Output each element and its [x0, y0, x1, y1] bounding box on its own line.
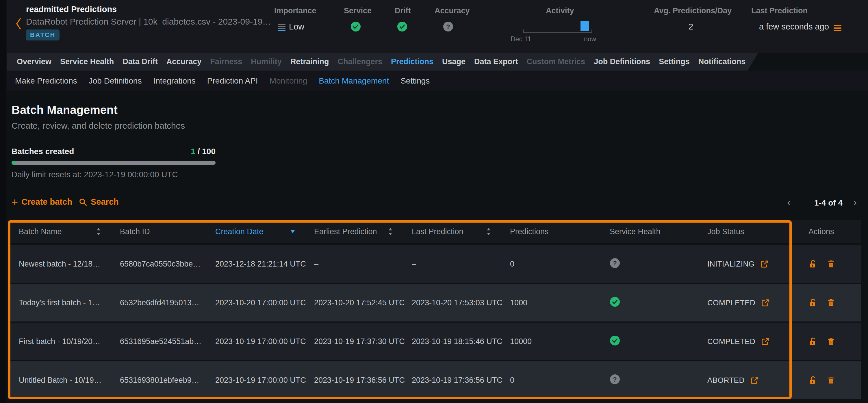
subtab-prediction-api[interactable]: Prediction API [207, 76, 258, 86]
cell-last-prediction: 2023-10-19 18:15:46 UTC [412, 337, 510, 346]
cell-batch-name: Untitled Batch - 10/19… [19, 376, 120, 385]
importance-bars-icon [278, 24, 285, 31]
batch-management-page: Batch Management Create, review, and del… [7, 91, 868, 403]
tab-accuracy[interactable]: Accuracy [166, 57, 202, 66]
service-label: Service [344, 6, 372, 15]
last-prediction-label: Last Prediction [751, 6, 808, 15]
batches-used: 1 [191, 147, 195, 156]
subtab-monitoring: Monitoring [270, 76, 307, 86]
unlock-icon[interactable] [808, 337, 817, 346]
svg-text:?: ? [613, 260, 617, 267]
cell-job-status: ABORTED [707, 376, 792, 385]
unlock-icon[interactable] [808, 298, 817, 307]
col-header-service-health: Service Health [610, 227, 707, 236]
sort-icon [486, 228, 492, 236]
table-row[interactable]: First batch - 10/19/20… 6531695ae524551a… [8, 323, 861, 360]
check-circle-icon [610, 335, 620, 346]
cell-predictions: 10000 [510, 337, 610, 346]
deployment-subtitle: DataRobot Prediction Server | 10k_diabet… [26, 17, 271, 27]
col-header-creation-date[interactable]: Creation Date [215, 227, 314, 236]
activity-range-start: Dec 11 [510, 35, 531, 43]
sort-desc-icon [290, 230, 296, 234]
tab-job-definitions[interactable]: Job Definitions [594, 57, 650, 66]
subtab-job-definitions[interactable]: Job Definitions [89, 76, 142, 86]
avg-predictions-value: 2 [654, 22, 728, 31]
tab-service-health[interactable]: Service Health [60, 57, 114, 66]
cell-actions [792, 376, 861, 385]
pagination-prev-button[interactable]: ‹ [787, 197, 790, 207]
back-button[interactable] [15, 17, 23, 31]
cell-creation-date: 2023-10-20 17:00:00 UTC [215, 298, 314, 307]
tab-challengers: Challengers [338, 57, 382, 66]
cell-batch-name: Newest batch - 12/18… [19, 260, 120, 268]
cell-batch-id: 6531695ae524551ab… [120, 337, 215, 346]
cell-creation-date: 2023-12-18 21:21:14 UTC [215, 260, 314, 268]
trash-icon[interactable] [827, 376, 835, 384]
main-nav: Overview Service Health Data Drift Accur… [7, 53, 758, 70]
batch-table: Batch Name Batch ID Creation Date Earlie… [8, 220, 861, 399]
cell-job-status: COMPLETED [707, 298, 792, 307]
tab-overview[interactable]: Overview [17, 57, 52, 66]
left-rail [0, 0, 6, 403]
external-link-icon[interactable] [760, 260, 769, 268]
cell-last-prediction: 2023-10-19 17:36:56 UTC [412, 376, 510, 385]
check-circle-icon [610, 297, 620, 307]
tab-data-export[interactable]: Data Export [474, 57, 518, 66]
cell-actions [792, 260, 861, 268]
tab-custom-metrics: Custom Metrics [527, 57, 585, 66]
accuracy-question-circle-icon: ? [443, 21, 453, 32]
cell-creation-date: 2023-10-19 17:00:00 UTC [215, 337, 314, 346]
tab-retraining[interactable]: Retraining [290, 57, 329, 66]
tab-data-drift[interactable]: Data Drift [123, 57, 158, 66]
sort-icon [388, 228, 393, 236]
tab-notifications[interactable]: Notifications [699, 57, 746, 66]
col-header-batch-name[interactable]: Batch Name [19, 227, 120, 236]
col-header-last-prediction[interactable]: Last Prediction [412, 227, 510, 236]
drift-check-circle-icon [397, 21, 407, 32]
trash-icon[interactable] [827, 337, 835, 346]
external-link-icon[interactable] [761, 299, 770, 307]
table-row[interactable]: Today's first batch - 1… 6532be6dfd41950… [8, 284, 861, 321]
app-root: readmitted Predictions DataRobot Predict… [0, 0, 868, 403]
accuracy-label: Accuracy [435, 6, 470, 15]
trash-icon[interactable] [827, 260, 835, 268]
activity-label: Activity [546, 6, 574, 15]
deployment-header: readmitted Predictions DataRobot Predict… [7, 0, 868, 53]
cell-predictions: 0 [510, 376, 610, 385]
cell-earliest-prediction: 2023-10-19 17:36:56 UTC [314, 376, 412, 385]
svg-text:?: ? [446, 23, 450, 30]
search-button[interactable]: Search [79, 197, 119, 207]
cell-last-prediction: – [412, 260, 510, 268]
subtab-integrations[interactable]: Integrations [153, 76, 195, 86]
tab-predictions[interactable]: Predictions [391, 57, 433, 66]
quota-progress-fill [11, 161, 16, 165]
cell-batch-name: First batch - 10/19/20… [19, 337, 120, 346]
tab-settings[interactable]: Settings [659, 57, 690, 66]
trash-icon[interactable] [827, 298, 835, 307]
tab-usage[interactable]: Usage [442, 57, 465, 66]
cell-service-health: ? [610, 374, 707, 386]
service-check-circle-icon [350, 21, 361, 32]
col-header-job-status: Job Status [707, 227, 792, 236]
importance-value: Low [278, 22, 304, 31]
question-circle-icon: ? [610, 374, 620, 384]
external-link-icon[interactable] [761, 337, 770, 346]
table-body: Newest batch - 12/18… 6580b7ca0550c3bbe…… [8, 245, 861, 399]
col-header-earliest-prediction[interactable]: Earliest Prediction [314, 227, 412, 236]
pagination-next-button[interactable]: › [854, 197, 857, 207]
subtab-make-predictions[interactable]: Make Predictions [15, 76, 77, 86]
subtab-settings[interactable]: Settings [401, 76, 430, 86]
unlock-icon[interactable] [808, 376, 817, 385]
table-row[interactable]: Untitled Batch - 10/19… 6531693801ebfeeb… [8, 362, 861, 399]
subtab-batch-management[interactable]: Batch Management [319, 76, 389, 86]
unlock-icon[interactable] [808, 260, 817, 268]
cell-service-health: ? [610, 258, 707, 270]
cell-job-status: COMPLETED [707, 337, 792, 346]
cell-actions [792, 337, 861, 346]
hamburger-menu-icon[interactable] [834, 25, 841, 31]
external-link-icon[interactable] [750, 376, 759, 384]
create-batch-button[interactable]: + Create batch [11, 197, 72, 207]
table-header-row: Batch Name Batch ID Creation Date Earlie… [8, 220, 861, 243]
table-row[interactable]: Newest batch - 12/18… 6580b7ca0550c3bbe…… [8, 245, 861, 283]
page-title: Batch Management [11, 104, 118, 116]
